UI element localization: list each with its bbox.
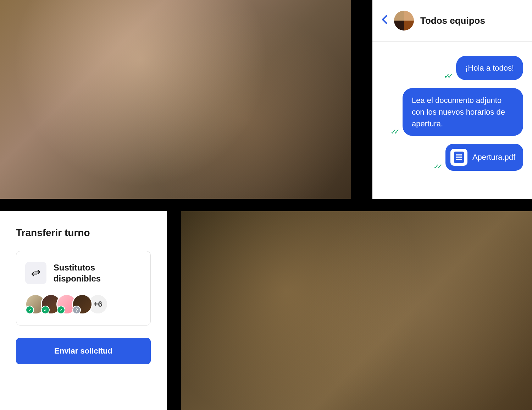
swap-icon <box>25 262 46 284</box>
check-badge-icon: ✓ <box>26 306 34 314</box>
chat-title: Todos equipos <box>420 15 485 26</box>
message-row: ✓✓ ¡Hola a todos! <box>444 56 523 80</box>
transfer-shift-panel: Transferir turno Sustitutos disponibles … <box>0 211 167 410</box>
substitutes-label: Sustitutos disponibles <box>54 262 142 284</box>
document-icon <box>450 149 467 166</box>
checkout-photo <box>181 211 532 410</box>
message-row: ✓✓ Lea el documento adjunto con los nuev… <box>390 88 523 136</box>
chat-panel: Todos equipos ✓✓ ¡Hola a todos! ✓✓ Lea e… <box>372 0 532 199</box>
cafe-photo <box>0 0 351 199</box>
send-request-button[interactable]: Enviar solicitud <box>16 338 151 364</box>
chat-header: Todos equipos <box>372 0 532 42</box>
read-receipt-icon: ✓✓ <box>444 72 450 80</box>
transfer-title: Transferir turno <box>16 227 151 239</box>
avatar-row: ✓ ✓ ✓ ? +6 <box>25 294 142 315</box>
question-badge-icon: ? <box>72 306 81 314</box>
read-receipt-icon: ✓✓ <box>390 127 397 136</box>
back-arrow-icon[interactable] <box>381 15 388 27</box>
substitutes-header: Sustitutos disponibles <box>25 262 142 284</box>
team-avatar[interactable] <box>394 11 414 31</box>
check-badge-icon: ✓ <box>41 306 50 314</box>
message-bubble[interactable]: Lea el documento adjunto con los nuevos … <box>403 88 523 136</box>
read-receipt-icon: ✓✓ <box>433 162 440 171</box>
substitutes-card: Sustitutos disponibles ✓ ✓ ✓ ? +6 <box>16 251 151 326</box>
substitute-avatar[interactable]: ? <box>72 294 93 315</box>
check-badge-icon: ✓ <box>57 306 65 314</box>
attachment-bubble[interactable]: Apertura.pdf <box>445 144 523 171</box>
attachment-filename: Apertura.pdf <box>472 153 515 162</box>
chat-messages: ✓✓ ¡Hola a todos! ✓✓ Lea el documento ad… <box>372 42 532 180</box>
message-row: ✓✓ Apertura.pdf <box>433 144 523 171</box>
message-bubble[interactable]: ¡Hola a todos! <box>456 56 523 80</box>
